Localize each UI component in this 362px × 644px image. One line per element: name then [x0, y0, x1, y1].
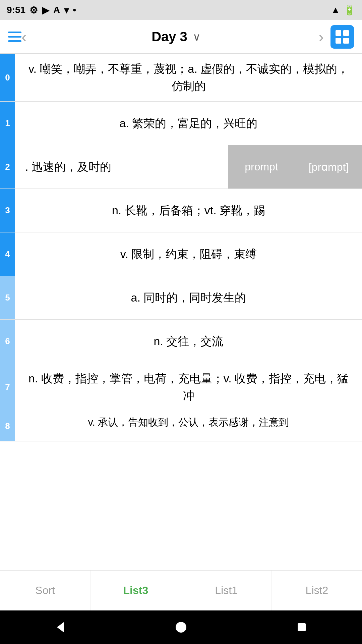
wifi-icon: ▾ — [64, 5, 69, 16]
nav-back-button[interactable]: ‹ — [21, 28, 27, 46]
android-home-button[interactable] — [173, 619, 189, 636]
tab-list1[interactable]: List1 — [181, 571, 272, 610]
nav-bar-left: ‹ — [8, 28, 34, 46]
nav-bar-right: › — [318, 25, 354, 49]
font-icon: A — [53, 5, 60, 15]
word-definition-3: n. 长靴，后备箱；vt. 穿靴，踢 — [15, 189, 362, 232]
word-index-4: 4 — [0, 232, 15, 276]
dropdown-icon[interactable]: ∨ — [193, 31, 200, 43]
word-index-5: 5 — [0, 276, 15, 319]
word-list: 0 v. 嘲笑，嘲弄，不尊重，蔑视；a. 虚假的，不诚实的，模拟的，仿制的 1 … — [0, 54, 362, 570]
status-bar-left: 9:51 ⚙ ▶ A ▾ • — [7, 5, 76, 16]
word-row[interactable]: 4 v. 限制，约束，阻碍，束缚 — [0, 232, 362, 276]
word-row[interactable]: 7 n. 收费，指控，掌管，电荷，充电量；v. 收费，指控，充电，猛冲 — [0, 363, 362, 411]
battery-icon: 🔋 — [344, 5, 355, 16]
dot-icon: • — [73, 5, 76, 15]
svg-marker-4 — [57, 622, 64, 632]
word-index-6: 6 — [0, 320, 15, 363]
svg-rect-6 — [298, 623, 306, 631]
word-definition-6: n. 交往，交流 — [15, 320, 362, 363]
word-definition-4: v. 限制，约束，阻碍，束缚 — [15, 232, 362, 276]
word-index-7: 7 — [0, 363, 15, 411]
word-definition-5: a. 同时的，同时发生的 — [15, 276, 362, 319]
signal-icon: ▲ — [331, 5, 340, 15]
svg-rect-1 — [343, 30, 349, 36]
tab-list2[interactable]: List2 — [272, 571, 362, 610]
word-popup-overlay: prompt [prɑmpt] — [228, 145, 362, 189]
android-back-button[interactable] — [52, 619, 69, 636]
word-row-partial[interactable]: 8 v. 承认，告知收到，公认，表示感谢，注意到 — [0, 411, 362, 441]
word-index-1: 1 — [0, 102, 15, 145]
svg-rect-0 — [336, 30, 341, 36]
word-row[interactable]: 1 a. 繁荣的，富足的，兴旺的 — [0, 102, 362, 145]
word-definition-0: v. 嘲笑，嘲弄，不尊重，蔑视；a. 虚假的，不诚实的，模拟的，仿制的 — [15, 54, 362, 101]
word-definition-8: v. 承认，告知收到，公认，表示感谢，注意到 — [15, 411, 362, 441]
play-icon: ▶ — [42, 5, 49, 16]
status-time: 9:51 — [7, 5, 25, 15]
word-row[interactable]: 5 a. 同时的，同时发生的 — [0, 276, 362, 320]
nav-bar: ‹ Day 3 ∨ › — [0, 20, 362, 54]
settings-icon: ⚙ — [29, 5, 38, 16]
grid-view-button[interactable] — [330, 25, 354, 49]
android-recent-button[interactable] — [293, 619, 310, 636]
tab-list3[interactable]: List3 — [90, 571, 181, 610]
bottom-tab-bar: Sort List3 List1 List2 — [0, 570, 362, 610]
word-index-2: 2 — [0, 145, 15, 189]
word-definition-1: a. 繁荣的，富足的，兴旺的 — [15, 102, 362, 145]
android-nav-bar — [0, 610, 362, 644]
word-index-8: 8 — [0, 411, 15, 441]
word-definition-7: n. 收费，指控，掌管，电荷，充电量；v. 收费，指控，充电，猛冲 — [15, 363, 362, 411]
popup-word[interactable]: prompt — [228, 145, 295, 189]
svg-rect-3 — [343, 38, 349, 44]
svg-rect-2 — [336, 38, 341, 44]
word-row[interactable]: 6 n. 交往，交流 — [0, 320, 362, 363]
status-bar: 9:51 ⚙ ▶ A ▾ • ▲ 🔋 — [0, 0, 362, 20]
nav-title: Day 3 — [152, 29, 187, 44]
nav-bar-center: Day 3 ∨ — [152, 29, 200, 44]
popup-phonetic[interactable]: [prɑmpt] — [295, 145, 362, 189]
svg-point-5 — [176, 622, 186, 633]
nav-forward-button[interactable]: › — [318, 28, 324, 46]
status-bar-right: ▲ 🔋 — [331, 5, 355, 16]
word-row[interactable]: 0 v. 嘲笑，嘲弄，不尊重，蔑视；a. 虚假的，不诚实的，模拟的，仿制的 — [0, 54, 362, 102]
tab-sort[interactable]: Sort — [0, 571, 90, 610]
hamburger-menu-button[interactable] — [8, 32, 21, 42]
word-row-popup[interactable]: 2 . 迅速的，及时的 prompt [prɑmpt] — [0, 145, 362, 189]
word-index-0: 0 — [0, 54, 15, 101]
word-index-3: 3 — [0, 189, 15, 232]
word-row[interactable]: 3 n. 长靴，后备箱；vt. 穿靴，踢 — [0, 189, 362, 232]
